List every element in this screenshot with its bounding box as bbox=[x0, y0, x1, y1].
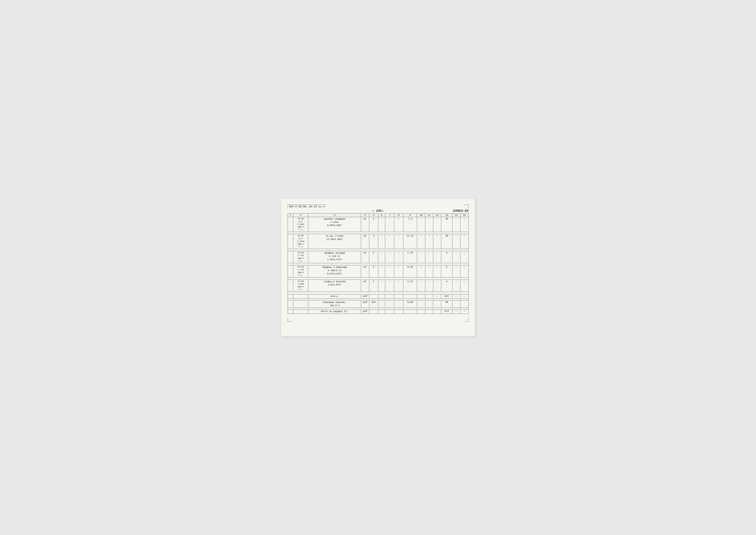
table-cell-1-12: 36 bbox=[441, 234, 452, 249]
spacer-row bbox=[288, 263, 468, 265]
page-number: — 241— bbox=[372, 209, 384, 213]
table-cell-6-13 bbox=[452, 300, 460, 308]
table-cell-3-2: Профиль С-образный К I08/I У2 0,34хI,072… bbox=[308, 265, 361, 277]
table-cell-5-14: — bbox=[460, 294, 468, 298]
table-cell-0-11: — bbox=[433, 217, 441, 232]
table-cell-1-6: — bbox=[385, 234, 394, 249]
col-header-13: 13 bbox=[441, 213, 452, 217]
spacer-row bbox=[288, 277, 468, 280]
table-cell-0-1: 24-05 д.2 I-1043 СЦМ-У Т.ч. bbox=[293, 217, 308, 232]
col-header-1: 1 bbox=[288, 213, 293, 217]
table-cell-0-6: — bbox=[385, 217, 394, 232]
table-cell-0-3: шт bbox=[361, 217, 369, 232]
table-cell-4-11: — bbox=[433, 280, 441, 292]
table-cell-4-2: Стойка К 3I4УХЛ2 2,0хI,072= bbox=[308, 280, 361, 292]
table-cell-7-14: — bbox=[460, 309, 468, 314]
table-cell-0-7: — bbox=[394, 217, 403, 232]
table-cell-3-0 bbox=[288, 265, 293, 277]
table-cell-3-14: — bbox=[460, 265, 468, 277]
table-cell-3-4: 2 bbox=[369, 265, 378, 277]
table-cell-7-13: — bbox=[452, 309, 460, 314]
table-cell-2-10: — bbox=[425, 251, 433, 263]
table-cell-2-6: — bbox=[385, 251, 394, 263]
table-cell-3-5: — bbox=[378, 265, 385, 277]
col-header-15: 15 bbox=[460, 213, 468, 217]
table-cell-7-6 bbox=[385, 309, 394, 314]
table-cell-6-6 bbox=[385, 300, 394, 308]
table-cell-4-0 bbox=[288, 280, 293, 292]
table-cell-0-13: — bbox=[452, 217, 460, 232]
table-cell-7-9 bbox=[417, 309, 425, 314]
table-cell-0-2: Коробка клеммная У-6I4А 6,80хI,082= bbox=[308, 217, 361, 232]
top-left-label: 903-2-30.90. Ал.I5 кн.4 bbox=[288, 205, 326, 209]
table-cell-6-4: 622 bbox=[369, 300, 378, 308]
table-cell-7-12: 672 bbox=[441, 309, 452, 314]
table-cell-6-10 bbox=[425, 300, 433, 308]
table-cell-6-3: руб bbox=[361, 300, 369, 308]
col-header-5: 5 bbox=[369, 213, 378, 217]
table-cell-0-10: — bbox=[425, 217, 433, 232]
table-cell-1-5: — bbox=[378, 234, 385, 249]
table-row: Итого:руб—622—— bbox=[288, 294, 468, 298]
table-cell-0-0 bbox=[288, 217, 293, 232]
table-cell-6-2: Плановые накопле- ния 8 % bbox=[308, 300, 361, 308]
col-header-10: 10 bbox=[417, 213, 425, 217]
spacer-row bbox=[288, 298, 468, 300]
table-cell-5-3: руб bbox=[361, 294, 369, 298]
col-header-4: 4 bbox=[361, 213, 369, 217]
col-header-8: 8 bbox=[394, 213, 403, 217]
table-cell-5-7 bbox=[394, 294, 403, 298]
table-cell-7-10 bbox=[425, 309, 433, 314]
table-cell-5-1 bbox=[293, 294, 308, 298]
table-cell-6-8: 0,08 bbox=[403, 300, 417, 308]
table-cell-0-5: — bbox=[378, 217, 385, 232]
table-cell-1-3: шт bbox=[361, 234, 369, 249]
col-header-11: 11 bbox=[425, 213, 433, 217]
table-cell-3-1: 24-05 I-7I8 СЦМ-У Т.ч. bbox=[293, 265, 308, 277]
table-cell-1-8: I2,I2 bbox=[403, 234, 417, 249]
table-cell-3-3: шт bbox=[361, 265, 369, 277]
spacer-row bbox=[288, 249, 468, 251]
table-cell-0-4: 4 bbox=[369, 217, 378, 232]
col-header-9: 9 bbox=[403, 213, 417, 217]
table-row: 24-05 I-725 СЦМ-У Т.ч.Профиль зетовый К … bbox=[288, 251, 468, 263]
table-cell-7-4 bbox=[369, 309, 378, 314]
table-cell-7-5 bbox=[378, 309, 385, 314]
table-row: 24-05 д.2 I-1043 СЦМ-У Т.ч.Коробка клемм… bbox=[288, 217, 468, 232]
table-cell-1-1: 24-05 д.2 I-1044 СЦМ-У Т.ч. bbox=[293, 234, 308, 249]
table-cell-6-0 bbox=[288, 300, 293, 308]
table-cell-2-4: I bbox=[369, 251, 378, 263]
table-cell-5-6 bbox=[385, 294, 394, 298]
col-header-14: 14 bbox=[452, 213, 460, 217]
table-cell-6-1 bbox=[293, 300, 308, 308]
bottom-left-corner bbox=[288, 318, 292, 322]
table-cell-7-11 bbox=[433, 309, 441, 314]
table-cell-2-3: шт bbox=[361, 251, 369, 263]
table-cell-7-3: руб bbox=[361, 309, 369, 314]
page: 903-2-30.90. Ал.I5 кн.4 — 241— 24963-20 … bbox=[281, 199, 475, 336]
col-header-3: 3 bbox=[308, 213, 361, 217]
table-cell-2-9: — bbox=[417, 251, 425, 263]
table-cell-4-9: — bbox=[417, 280, 425, 292]
table-cell-5-2: Итого: bbox=[308, 294, 361, 298]
table-cell-1-9: — bbox=[417, 234, 425, 249]
table-row: 24-05 д.2 I-1044 СЦМ-У Т.ч.То же, У-6I5А… bbox=[288, 234, 468, 249]
table-cell-5-9 bbox=[417, 294, 425, 298]
spacer-row bbox=[288, 232, 468, 234]
table-cell-3-7: — bbox=[394, 265, 403, 277]
table-cell-4-8: 2,I4 bbox=[403, 280, 417, 292]
table-cell-2-0 bbox=[288, 251, 293, 263]
table-cell-7-8 bbox=[403, 309, 417, 314]
table-cell-5-10 bbox=[425, 294, 433, 298]
table-cell-3-6: — bbox=[385, 265, 394, 277]
table-cell-2-7: — bbox=[394, 251, 403, 263]
table-row: Итого по разделу II:руб672—— bbox=[288, 309, 468, 314]
table-cell-6-5 bbox=[378, 300, 385, 308]
table-cell-4-10: — bbox=[425, 280, 433, 292]
top-right-corner bbox=[464, 205, 468, 209]
table-cell-6-11 bbox=[433, 300, 441, 308]
table-cell-3-11: — bbox=[433, 265, 441, 277]
table-cell-7-2: Итого по разделу II: bbox=[308, 309, 361, 314]
table-cell-7-0 bbox=[288, 309, 293, 314]
table-cell-2-8: I,45 bbox=[403, 251, 417, 263]
